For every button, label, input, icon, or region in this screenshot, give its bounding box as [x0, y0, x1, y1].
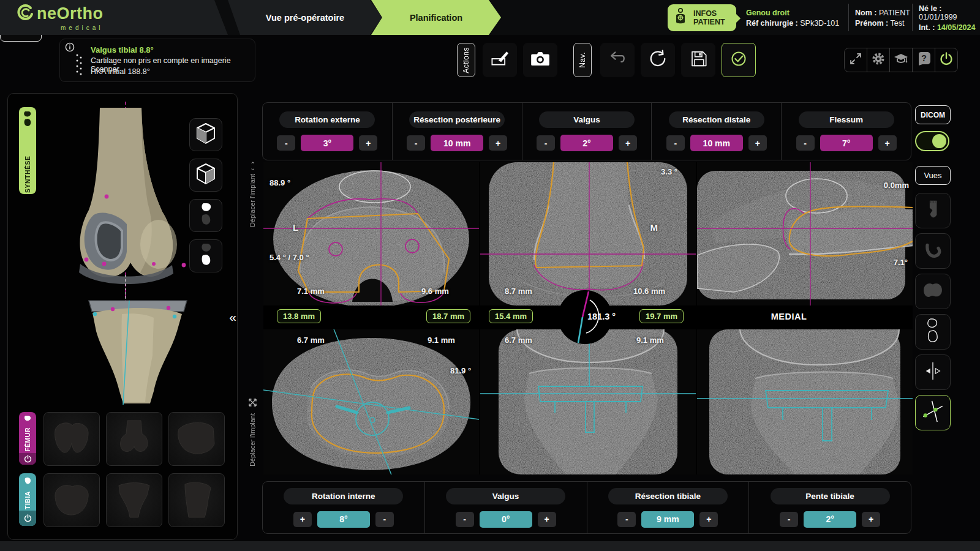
femoral-implant-view-button[interactable]: [915, 193, 951, 228]
ct-views-grid: 88.9 ° L 5.4 ° / 7.0 ° 7.1 mm 9.6 mm 3.3…: [263, 162, 913, 474]
save-button[interactable]: [681, 43, 715, 77]
axial-femur-mm-right: 9.6 mm: [421, 287, 449, 296]
resection-chip-3: 15.4 mm: [489, 309, 533, 323]
ct-view-sagittal-femur[interactable]: 0.0mm 7.1°: [697, 162, 913, 305]
tab-vue-pre-operatoire[interactable]: Vue pré-opératoire: [228, 0, 382, 35]
vues-button[interactable]: Vues: [915, 166, 951, 185]
resection-posterieure-plus-button[interactable]: +: [489, 135, 507, 151]
dotted-axis-icon: [75, 53, 83, 80]
femur-label: FÉMUR: [24, 426, 31, 453]
tibia-thumbnail-axial[interactable]: [43, 473, 100, 527]
flessum-minus-button[interactable]: -: [796, 135, 815, 151]
resection-distale-plus-button[interactable]: +: [748, 135, 767, 151]
resection-distale-value: 10 mm: [690, 135, 743, 151]
application-window: neOrtho medical Vue pré-opératoire Plani…: [0, 0, 980, 551]
alignment-axes-button[interactable]: [915, 395, 951, 430]
dicom-toggle[interactable]: [915, 131, 949, 151]
flessum-plus-button[interactable]: +: [878, 135, 897, 151]
rotation-externe-minus-button[interactable]: -: [277, 135, 295, 151]
coronal-femur-angle-top: 3.3 °: [661, 167, 677, 176]
axial-tibia-mm-left: 6.7 mm: [297, 335, 325, 345]
valgus-femur-minus-button[interactable]: -: [537, 135, 555, 151]
redo-icon: [646, 47, 669, 73]
question-icon: ?: [916, 51, 931, 69]
coronal-femur-mm-right: 10.6 mm: [633, 287, 665, 296]
resection-chip-1: 13.8 mm: [277, 309, 321, 323]
annotate-button[interactable]: [483, 43, 517, 77]
mirror-view-button[interactable]: [915, 354, 951, 390]
rotation-externe-plus-button[interactable]: +: [359, 135, 377, 151]
resection-tibiale-minus-button[interactable]: -: [617, 512, 636, 527]
rotation-interne-plus-button[interactable]: +: [293, 512, 312, 527]
tibia-visibility-button[interactable]: [19, 511, 36, 526]
ct-view-sagittal-tibia[interactable]: [697, 329, 913, 474]
tab-tibia[interactable]: TIBIA: [19, 473, 36, 526]
training-button[interactable]: [890, 48, 913, 72]
patient-icon: [673, 7, 688, 29]
control-pente-tibiale: Pente tibiale - 2° +: [749, 482, 911, 533]
nom-label: Nom :: [855, 9, 876, 17]
nav-button[interactable]: Nav.: [573, 43, 592, 77]
redo-button[interactable]: [641, 43, 675, 77]
rotate-arrows-icon: ‹ ›: [249, 160, 256, 170]
system-buttons: ?: [844, 48, 958, 72]
insert-view-button[interactable]: [915, 274, 951, 309]
app-logo: neOrtho medical: [0, 0, 228, 35]
header-divider-2: [912, 4, 913, 31]
collapse-panel-button[interactable]: «: [225, 308, 241, 326]
resection-posterieure-value: 10 mm: [431, 135, 483, 151]
rotation-interne-minus-button[interactable]: -: [375, 512, 394, 527]
focus-tibia-button[interactable]: [189, 239, 222, 272]
fullscreen-button[interactable]: [845, 48, 867, 72]
ct-view-axial-femur[interactable]: 88.9 ° L 5.4 ° / 7.0 ° 7.1 mm 9.6 mm: [263, 162, 479, 305]
signature-icon: [488, 47, 512, 73]
knee-3d-model[interactable]: [32, 99, 210, 408]
knee-bones-view-button[interactable]: [915, 314, 951, 350]
tab-synthese[interactable]: SYNTHÈSE: [19, 107, 36, 194]
view-cube-right-button[interactable]: [189, 159, 222, 192]
control-rotation-externe: Rotation externe - 3° +: [263, 103, 393, 160]
knee-side: Genou droit: [746, 9, 839, 17]
ct-view-coronal-tibia[interactable]: 6.7 mm 9.1 mm: [480, 329, 696, 474]
ct-view-coronal-femur[interactable]: 3.3 ° M 8.7 mm 10.6 mm: [480, 162, 696, 305]
int-value: 14/05/2024: [937, 23, 976, 32]
hka-angle-widget[interactable]: 181.3 °: [558, 290, 612, 344]
valgus-tibia-label: Valgus: [446, 488, 565, 504]
view-cube-left-button[interactable]: [189, 118, 222, 151]
resection-posterieure-minus-button[interactable]: -: [407, 135, 425, 151]
tibial-implant-view-button[interactable]: [915, 233, 951, 269]
validate-button[interactable]: [722, 43, 756, 77]
help-button[interactable]: ?: [913, 48, 935, 72]
patient-dates: Né le : 01/01/1999 Int. : 14/05/2024: [919, 4, 980, 31]
valgus-femur-plus-button[interactable]: +: [619, 135, 637, 151]
resection-distale-minus-button[interactable]: -: [666, 135, 685, 151]
dicom-button[interactable]: DICOM: [915, 105, 951, 124]
femur-thumbnail-sagittal[interactable]: [168, 412, 225, 466]
resection-tibiale-plus-button[interactable]: +: [699, 512, 718, 527]
femur-visibility-button[interactable]: [19, 453, 36, 465]
tibia-thumbnail-coronal[interactable]: [106, 473, 162, 527]
move-implant-rotate-label: ‹ › Déplacer l'implant: [244, 160, 260, 234]
actions-button[interactable]: Actions: [457, 43, 475, 77]
focus-femur-button[interactable]: [189, 199, 222, 232]
tibia-thumbnail-sagittal[interactable]: [168, 473, 225, 527]
undo-button[interactable]: [600, 43, 635, 77]
pente-tibiale-plus-button[interactable]: +: [862, 512, 880, 527]
gear-icon: [871, 51, 886, 69]
valgus-tibia-plus-button[interactable]: +: [538, 512, 556, 527]
femur-thumbnail-axial[interactable]: [43, 412, 100, 466]
tab-planification[interactable]: Planification: [371, 0, 501, 35]
infos-patient-button[interactable]: INFOS PATIENT: [668, 4, 736, 31]
power-button[interactable]: [935, 48, 957, 72]
ct-view-axial-tibia[interactable]: 6.7 mm 9.1 mm 81.9 °: [263, 329, 479, 474]
tibial-implant-icon: [922, 239, 944, 263]
femur-thumbnail-coronal[interactable]: [106, 412, 162, 466]
settings-button[interactable]: [867, 48, 890, 72]
axial-tibia-mm-right: 9.1 mm: [428, 335, 455, 345]
axial-femur-angle-top: 88.9 °: [270, 178, 290, 187]
screenshot-button[interactable]: [523, 43, 557, 77]
valgus-tibia-minus-button[interactable]: -: [456, 512, 474, 527]
birth-label: Né le :: [919, 4, 942, 13]
pente-tibiale-minus-button[interactable]: -: [780, 512, 798, 527]
tab-femur[interactable]: FÉMUR: [19, 412, 36, 465]
